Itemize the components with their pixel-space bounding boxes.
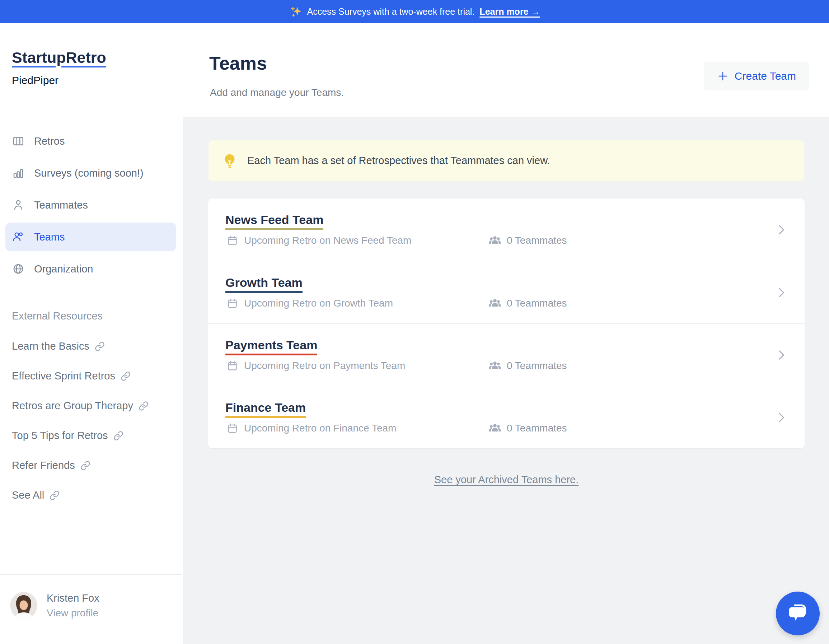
main-content: Teams Add and manage your Teams. Create … [183, 23, 829, 644]
calendar-icon [227, 235, 238, 246]
globe-icon [12, 263, 24, 275]
link-icon [139, 401, 148, 411]
sidebar-item-teams[interactable]: Teams [5, 223, 176, 251]
sidebar-item-label: Teams [34, 231, 65, 243]
chat-widget-button[interactable] [776, 592, 820, 635]
team-teammates-count: 0 Teammates [489, 359, 567, 372]
people-group-icon [489, 422, 501, 435]
lightbulb-icon [221, 153, 238, 169]
link-icon [121, 371, 131, 381]
calendar-icon [227, 423, 238, 434]
sparkles-icon [289, 5, 302, 18]
team-row-finance[interactable]: Finance Team Upcoming Retro on Finance T… [208, 386, 805, 448]
team-upcoming-retro: Upcoming Retro on Payments Team [227, 360, 405, 371]
link-icon [95, 341, 105, 352]
link-icon [49, 490, 60, 500]
chevron-right-icon[interactable] [775, 411, 787, 424]
sidebar-nav: Retros Surveys (coming soon!) Teammates … [5, 127, 176, 283]
external-link-see-all[interactable]: See All [12, 489, 148, 501]
team-upcoming-retro: Upcoming Retro on Growth Team [227, 298, 393, 309]
team-row-payments[interactable]: Payments Team Upcoming Retro on Payments… [208, 324, 805, 386]
external-link-learn-basics[interactable]: Learn the Basics [12, 340, 148, 352]
people-icon [12, 231, 24, 243]
create-team-button[interactable]: Create Team [704, 62, 809, 90]
team-teammates-count: 0 Teammates [489, 297, 567, 310]
external-link-top-tips[interactable]: Top 5 Tips for Retros [12, 430, 148, 442]
tip-banner: Each Team has a set of Retrospectives th… [208, 140, 804, 181]
calendar-icon [227, 298, 238, 309]
sidebar-item-label: Retros [34, 135, 65, 147]
chevron-right-icon[interactable] [775, 224, 787, 236]
link-icon [113, 431, 123, 441]
team-upcoming-retro: Upcoming Retro on Finance Team [227, 423, 396, 434]
person-icon [12, 199, 24, 211]
external-link-sprint-retros[interactable]: Effective Sprint Retros [12, 370, 148, 382]
organization-name: PiedPiper [12, 74, 58, 87]
archived-teams-link[interactable]: See your Archived Teams here. [208, 474, 805, 486]
plus-icon [717, 70, 729, 82]
page-header: Teams Add and manage your Teams. Create … [183, 23, 829, 117]
trial-banner-text: Access Surveys with a two-week free tria… [307, 6, 475, 17]
team-row-news-feed[interactable]: News Feed Team Upcoming Retro on News Fe… [208, 199, 805, 261]
sidebar-item-label: Organization [34, 263, 93, 275]
chevron-right-icon[interactable] [775, 286, 787, 299]
kanban-icon [12, 135, 24, 147]
team-upcoming-retro: Upcoming Retro on News Feed Team [227, 235, 411, 246]
trial-banner: Access Surveys with a two-week free tria… [0, 0, 829, 23]
team-row-growth[interactable]: Growth Team Upcoming Retro on Growth Tea… [208, 261, 805, 324]
page-title: Teams [209, 52, 267, 74]
external-link-group-therapy[interactable]: Retros are Group Therapy [12, 400, 148, 412]
people-group-icon [489, 359, 501, 372]
sidebar-item-label: Surveys (coming soon!) [34, 167, 143, 179]
sidebar-item-surveys[interactable]: Surveys (coming soon!) [5, 159, 176, 187]
learn-more-link[interactable]: Learn more → [479, 6, 540, 17]
avatar [10, 592, 37, 619]
sidebar-item-retros[interactable]: Retros [5, 127, 176, 155]
external-resources-header: External Resources [12, 310, 102, 322]
app-logo-link[interactable]: StartupRetro [12, 49, 106, 66]
tip-banner-text: Each Team has a set of Retrospectives th… [247, 155, 550, 167]
team-teammates-count: 0 Teammates [489, 234, 567, 247]
external-links: Learn the Basics Effective Sprint Retros… [12, 340, 148, 501]
sidebar-item-teammates[interactable]: Teammates [5, 191, 176, 219]
sidebar-item-organization[interactable]: Organization [5, 254, 176, 283]
bar-chart-icon [12, 167, 24, 179]
page-subtitle: Add and manage your Teams. [210, 87, 344, 98]
view-profile-link[interactable]: View profile [47, 608, 99, 619]
chat-bubble-icon [786, 601, 810, 626]
user-name: Kristen Fox [47, 592, 99, 604]
link-icon [80, 461, 90, 470]
chevron-right-icon[interactable] [775, 349, 787, 361]
external-link-refer-friends[interactable]: Refer Friends [12, 459, 148, 471]
people-group-icon [489, 234, 501, 247]
team-name[interactable]: Finance Team [225, 401, 306, 418]
user-profile[interactable]: Kristen Fox View profile [0, 575, 182, 644]
people-group-icon [489, 297, 501, 310]
team-name[interactable]: Growth Team [225, 276, 303, 293]
sidebar-item-label: Teammates [34, 199, 88, 211]
team-name[interactable]: News Feed Team [225, 213, 323, 230]
calendar-icon [227, 360, 238, 371]
team-name[interactable]: Payments Team [225, 338, 317, 355]
team-list: News Feed Team Upcoming Retro on News Fe… [208, 199, 805, 448]
team-teammates-count: 0 Teammates [489, 422, 567, 435]
sidebar: StartupRetro PiedPiper Retros Surveys (c… [0, 23, 182, 644]
